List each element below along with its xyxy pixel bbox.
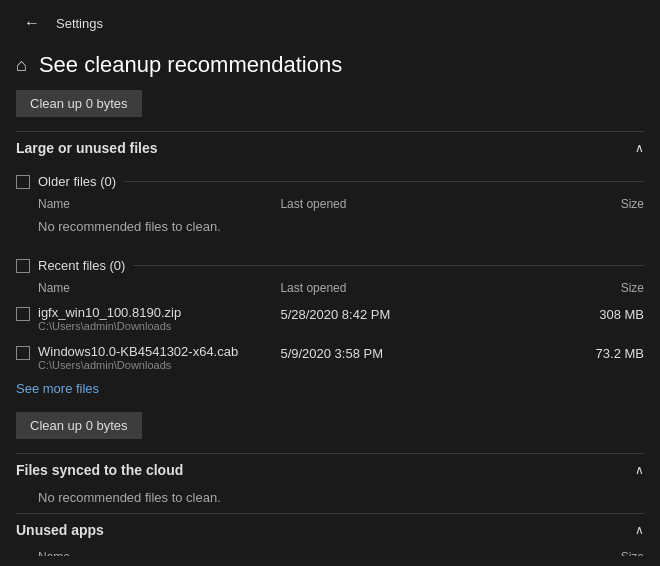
file-2-size: 73.2 MB — [523, 344, 644, 361]
unused-apps-section-header[interactable]: Unused apps ∧ — [16, 513, 644, 546]
older-files-label: Older files (0) — [38, 174, 116, 189]
older-files-no-files: No recommended files to clean. — [16, 215, 644, 242]
back-button[interactable]: ← — [16, 10, 48, 36]
file-2-checkbox[interactable] — [16, 346, 30, 360]
recent-files-col-headers: Name Last opened Size — [16, 277, 644, 299]
recent-files-divider — [133, 265, 644, 266]
bottom-cleanup-button[interactable]: Clean up 0 bytes — [16, 412, 142, 439]
cloud-synced-chevron: ∧ — [635, 463, 644, 477]
recent-col-size: Size — [523, 281, 644, 295]
settings-label: Settings — [56, 16, 103, 31]
file-1-checkbox[interactable] — [16, 307, 30, 321]
file-2-info: Windows10.0-KB4541302-x64.cab C:\Users\a… — [38, 344, 280, 371]
cloud-synced-title: Files synced to the cloud — [16, 462, 183, 478]
file-2-name: Windows10.0-KB4541302-x64.cab — [38, 344, 280, 359]
older-files-col-headers: Name Last opened Size — [16, 193, 644, 215]
older-col-size: Size — [523, 197, 644, 211]
apps-col-name: Name — [38, 550, 70, 556]
recent-files-label: Recent files (0) — [38, 258, 125, 273]
apps-col-headers: Name Size Date last used — [16, 546, 644, 556]
apps-col-size: Size — [567, 550, 644, 556]
file-1-path: C:\Users\admin\Downloads — [38, 320, 280, 332]
large-unused-section-header[interactable]: Large or unused files ∧ — [16, 131, 644, 164]
recent-files-checkbox[interactable] — [16, 259, 30, 273]
file-2-path: C:\Users\admin\Downloads — [38, 359, 280, 371]
older-col-name: Name — [38, 197, 280, 211]
large-unused-title: Large or unused files — [16, 140, 158, 156]
cloud-synced-section-header[interactable]: Files synced to the cloud ∧ — [16, 453, 644, 486]
top-cleanup-button[interactable]: Clean up 0 bytes — [16, 90, 142, 117]
see-more-files-link[interactable]: See more files — [16, 377, 644, 406]
recent-files-subsection: Recent files (0) Name Last opened Size i… — [16, 248, 644, 412]
file-1-name: igfx_win10_100.8190.zip — [38, 305, 280, 320]
recent-col-last: Last opened — [280, 281, 522, 295]
file-1-last-opened: 5/28/2020 8:42 PM — [280, 305, 522, 322]
home-icon: ⌂ — [16, 55, 27, 76]
older-files-checkbox[interactable] — [16, 175, 30, 189]
content-area: Clean up 0 bytes Large or unused files ∧… — [0, 90, 660, 556]
older-files-subsection: Older files (0) Name Last opened Size No… — [16, 164, 644, 248]
unused-apps-title: Unused apps — [16, 522, 104, 538]
file-1-size: 308 MB — [523, 305, 644, 322]
file-row: igfx_win10_100.8190.zip C:\Users\admin\D… — [16, 299, 644, 338]
cloud-no-files: No recommended files to clean. — [16, 486, 644, 513]
file-row: Windows10.0-KB4541302-x64.cab C:\Users\a… — [16, 338, 644, 377]
older-files-divider — [124, 181, 644, 182]
older-col-last: Last opened — [280, 197, 522, 211]
unused-apps-chevron: ∧ — [635, 523, 644, 537]
page-title: See cleanup recommendations — [39, 52, 342, 78]
recent-col-name: Name — [38, 281, 280, 295]
large-unused-chevron: ∧ — [635, 141, 644, 155]
file-2-last-opened: 5/9/2020 3:58 PM — [280, 344, 522, 361]
file-1-info: igfx_win10_100.8190.zip C:\Users\admin\D… — [38, 305, 280, 332]
